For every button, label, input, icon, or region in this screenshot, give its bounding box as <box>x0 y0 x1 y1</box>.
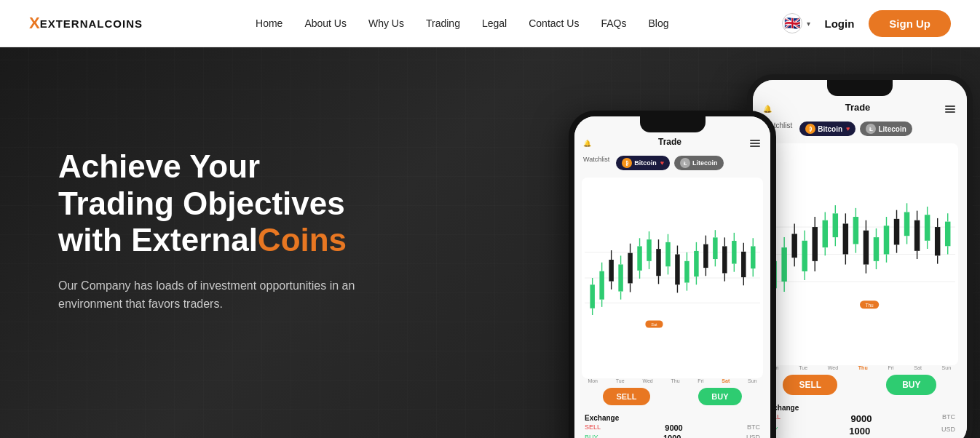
svg-rect-83 <box>656 249 660 276</box>
phone-front-notch <box>640 116 706 132</box>
exchange-buy-label-back: BUY <box>764 426 778 437</box>
exchange-sell-label-front: SELL <box>585 423 601 432</box>
hero-section: Achieve Your Trading Objectives with Ext… <box>0 47 980 438</box>
svg-rect-110 <box>741 252 746 277</box>
exchange-buy-cur-back: USD <box>941 426 955 437</box>
watchlist-label-back: Watchlist <box>763 122 792 136</box>
phone-front-sell-button[interactable]: SELL <box>603 388 649 405</box>
litecoin-icon-front: Ł <box>680 158 690 168</box>
litecoin-pill-back[interactable]: Ł Litecoin <box>860 122 912 136</box>
exchange-sell-cur-back: BTC <box>942 413 955 424</box>
phone-back-sell-button[interactable]: SELL <box>783 375 837 395</box>
svg-rect-62 <box>590 284 594 308</box>
svg-rect-12 <box>802 241 807 271</box>
logo-x: X <box>29 14 40 33</box>
bitcoin-pill-back[interactable]: ₿ Bitcoin ♥ <box>799 122 855 136</box>
nav-why[interactable]: Why Us <box>368 17 404 29</box>
nav-legal[interactable]: Legal <box>482 17 507 29</box>
chevron-down-icon: ▾ <box>807 20 810 28</box>
hero-subtitle: Our Company has loads of investment oppo… <box>58 276 393 314</box>
svg-rect-54 <box>945 222 950 247</box>
phones-container: 🔔 Trade Watchlist ₿ Bitcoin ♥ Ł L <box>529 47 980 438</box>
svg-rect-39 <box>894 219 899 245</box>
svg-rect-77 <box>637 246 641 270</box>
phone-front-watchlist: Watchlist ₿ Bitcoin ♥ Ł Litecoin <box>579 153 766 173</box>
phone-front-buy-button[interactable]: BUY <box>698 388 741 405</box>
svg-rect-68 <box>609 260 613 282</box>
phone-back-screen: 🔔 Trade Watchlist ₿ Bitcoin ♥ Ł L <box>753 80 967 438</box>
bitcoin-icon-back: ₿ <box>805 124 815 134</box>
nav-links: Home About Us Why Us Trading Legal Conta… <box>256 17 668 30</box>
nav-faqs[interactable]: FAQs <box>601 17 626 29</box>
nav-contact[interactable]: Contact Us <box>529 17 579 29</box>
language-selector[interactable]: 🇬🇧 ▾ <box>782 13 810 33</box>
nav-home[interactable]: Home <box>256 17 282 29</box>
nav-right: 🇬🇧 ▾ Login Sign Up <box>782 10 952 37</box>
svg-rect-24 <box>843 223 848 254</box>
hero-title-line1: Achieve Your <box>58 148 260 184</box>
heart-icon-front: ♥ <box>660 159 664 167</box>
hamburger-icon <box>944 104 957 114</box>
phone-back-buy-sell: SELL BUY <box>759 375 961 395</box>
exchange-buy-val-back: 1000 <box>849 426 870 437</box>
svg-rect-18 <box>823 220 828 247</box>
heart-icon: ♥ <box>846 125 850 132</box>
nav-trading[interactable]: Trading <box>426 17 460 29</box>
signup-button[interactable]: Sign Up <box>869 10 951 37</box>
exchange-title-back: Exchange <box>764 404 955 412</box>
exchange-sell-val-front: 9000 <box>665 423 682 432</box>
exchange-title-front: Exchange <box>585 414 760 422</box>
svg-rect-107 <box>732 241 736 264</box>
svg-rect-71 <box>618 264 623 291</box>
watchlist-label-front: Watchlist <box>583 156 609 170</box>
svg-rect-95 <box>694 251 698 276</box>
svg-rect-51 <box>935 227 940 255</box>
hero-title-coins: Coins <box>258 222 347 258</box>
phone-back-chart: Thu <box>762 143 958 365</box>
bitcoin-pill-front[interactable]: ₿ Bitcoin ♥ <box>616 156 670 170</box>
bitcoin-icon-front: ₿ <box>622 158 632 168</box>
svg-rect-48 <box>925 215 930 241</box>
svg-rect-116 <box>645 320 663 327</box>
svg-rect-89 <box>675 255 679 285</box>
hero-title-line3: with ExternalCoins <box>58 222 347 258</box>
svg-rect-15 <box>813 227 818 261</box>
exchange-sell-label-back: SELL <box>764 413 781 424</box>
navbar: X EXTERNALCOINS Home About Us Why Us Tra… <box>0 0 980 47</box>
litecoin-pill-front[interactable]: Ł Litecoin <box>674 156 724 170</box>
phone-back-notch <box>827 80 893 96</box>
svg-rect-65 <box>599 271 604 300</box>
exchange-buy-val-front: 1000 <box>663 434 681 438</box>
svg-rect-104 <box>722 246 727 273</box>
logo[interactable]: X EXTERNALCOINS <box>29 14 143 33</box>
exchange-buy-cur-front: USD <box>746 434 760 438</box>
svg-rect-33 <box>874 237 879 261</box>
hero-title: Achieve Your Trading Objectives with Ext… <box>58 148 393 259</box>
phone-back-day-labels: MonTueWedThuFriSatSun <box>759 365 961 370</box>
litecoin-icon-back: Ł <box>866 124 876 134</box>
nav-about[interactable]: About Us <box>304 17 347 29</box>
svg-rect-80 <box>647 239 651 261</box>
phone-back: 🔔 Trade Watchlist ₿ Bitcoin ♥ Ł L <box>747 74 973 438</box>
phone-front-screen: 🔔 Trade Watchlist ₿ Bitcoin ♥ Ł <box>574 116 770 438</box>
hero-title-external: xternal <box>153 222 258 258</box>
phone-back-watchlist: Watchlist ₿ Bitcoin ♥ Ł Litecoin <box>759 119 961 139</box>
phone-front-chart: Sat <box>582 178 763 378</box>
svg-rect-27 <box>853 217 858 244</box>
svg-rect-45 <box>914 220 920 251</box>
phone-front-buy-sell: SELL BUY <box>579 388 766 405</box>
nav-blog[interactable]: Blog <box>648 17 668 29</box>
phone-back-buy-button[interactable]: BUY <box>886 375 936 395</box>
flag-icon: 🇬🇧 <box>782 13 802 33</box>
login-button[interactable]: Login <box>825 17 855 30</box>
logo-text: EXTERNALCOINS <box>40 17 143 30</box>
svg-text:Sat: Sat <box>651 322 657 327</box>
hero-content: Achieve Your Trading Objectives with Ext… <box>0 148 393 337</box>
svg-rect-42 <box>904 212 909 236</box>
hamburger-icon-front <box>748 138 762 148</box>
svg-rect-113 <box>751 246 755 268</box>
svg-rect-98 <box>703 244 708 268</box>
svg-rect-36 <box>884 226 889 254</box>
svg-rect-101 <box>713 237 717 259</box>
phone-front-trade-title: Trade <box>658 137 681 147</box>
